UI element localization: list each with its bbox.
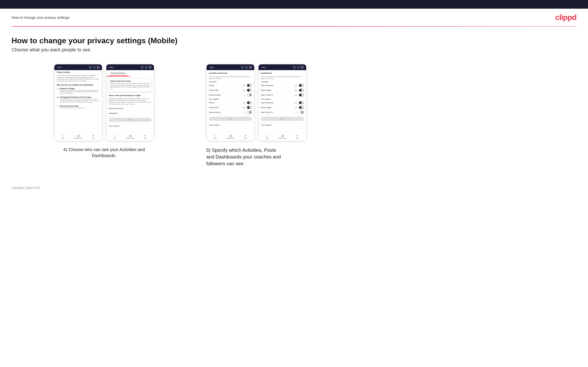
profile-icon-2[interactable]: 👤 (145, 66, 148, 69)
menu-label-2: Menu (144, 137, 147, 139)
option-followers[interactable]: Only Approved Followers and Your Coach O… (54, 95, 102, 104)
search-icon-4[interactable]: 🔍 (293, 66, 296, 69)
show-hide-title: Show or hide specific features in Clippd (106, 94, 154, 97)
coaches-rounds-toggle[interactable] (247, 84, 252, 87)
followers-label-3: FOLLOWERS (207, 98, 254, 100)
coaches-rounds-on-label: ON (243, 85, 245, 86)
activities-posts-label: Activities and Posts (109, 108, 151, 109)
followers-work-on-on: ON (294, 112, 296, 113)
search-icon-3[interactable]: 🔍 (241, 66, 244, 69)
help-row-4: Help & Support (259, 123, 306, 127)
radio-everyone[interactable] (57, 88, 59, 90)
nav-home-3[interactable]: ⌂ Home (214, 134, 217, 139)
profile-icon-4[interactable]: 👤 (297, 66, 300, 69)
nav-home-1[interactable]: ⌂ Home (61, 134, 64, 139)
coaches-player-dash-label: Player Dashboard (261, 84, 294, 86)
activities-posts-row[interactable]: Activities and Posts › (106, 106, 154, 111)
followers-rounds-label: Rounds (209, 102, 242, 103)
menu-icon-3: ≡ (245, 134, 246, 137)
chevron-dashboards: › (151, 112, 152, 114)
option-everyone[interactable]: Everyone on Clippd Everyone on Clippd ca… (54, 87, 102, 96)
settings-icon-2[interactable]: ☰ (149, 66, 152, 69)
nav-menu-1[interactable]: ≡ Menu (92, 134, 95, 139)
nav-performance-4[interactable]: 📊 My Performance (278, 134, 287, 139)
nav-performance-2[interactable]: 📊 My Performance (126, 134, 135, 139)
help-row-2: Help & Support (106, 124, 154, 128)
coaches-round-insights-row: Round Insights ON (259, 88, 306, 93)
nav-home-4[interactable]: ⌂ Home (266, 134, 269, 139)
back-button-3[interactable]: ‹ Back (209, 67, 214, 68)
radio-followers[interactable] (57, 97, 59, 99)
phone-4-topbar: ‹ Back 🔍 👤 ☰ (259, 64, 306, 70)
home-icon-4: ⌂ (267, 134, 268, 137)
dashboards-title: Dashboards (259, 70, 306, 75)
top-bar (0, 0, 588, 9)
followers-round-insights-toggle[interactable] (299, 106, 304, 109)
phone-4-bottom-nav: ⌂ Home 📊 My Performance ≡ Menu (259, 133, 306, 141)
coaches-drills-on-label: ON (243, 90, 245, 91)
coaches-rounds-row: Rounds ON (207, 83, 254, 88)
option-everyone-title: Everyone on Clippd (60, 88, 100, 89)
phone-3-bottom-nav: ⌂ Home 📊 My Performance ≡ Menu (207, 133, 254, 141)
privacy-controls-tab[interactable]: Privacy Controls (109, 71, 128, 76)
page-subtitle: Choose what you want people to see (12, 47, 576, 53)
home-label-1: Home (61, 137, 64, 139)
followers-work-on-toggle[interactable] (299, 111, 304, 114)
coaches-work-on-toggle[interactable] (299, 94, 304, 96)
copyright: Copyright Clippd 2022 (12, 186, 40, 190)
phone-1: ‹ Back 🔍 👤 ☰ Privacy Controls Control ho… (54, 64, 102, 141)
performance-icon-2: 📊 (129, 134, 131, 137)
dashboards-desc: Select the dashboards that you'd like to… (259, 75, 306, 80)
coaches-player-dash-toggle[interactable] (299, 84, 304, 87)
nav-performance-3[interactable]: 📊 My Performance (226, 134, 235, 139)
screenshot-group-left: ‹ Back 🔍 👤 ☰ Privacy Controls Control ho… (12, 64, 197, 159)
followers-drills-toggle[interactable] (247, 106, 252, 109)
followers-manual-toggle[interactable] (247, 111, 252, 114)
followers-drills-row: Practice Drills ON (207, 105, 254, 110)
coaches-label-4: COACHES (259, 80, 306, 83)
nav-menu-2[interactable]: ≡ Menu (144, 134, 147, 139)
followers-player-dash-row: Player Dashboard ON (259, 100, 306, 105)
coaches-work-on-on: ON (294, 94, 296, 96)
radio-coach-only[interactable] (57, 105, 59, 107)
nav-performance-1[interactable]: 📊 My Performance (74, 134, 83, 139)
settings-icon-1[interactable]: ☰ (97, 66, 100, 69)
screenshots-grid: ‹ Back 🔍 👤 ☰ Privacy Controls Control ho… (12, 64, 576, 167)
back-button-4[interactable]: ‹ Back (261, 67, 266, 68)
coaches-round-insights-toggle[interactable] (299, 89, 304, 92)
followers-player-dash-toggle[interactable] (299, 101, 304, 104)
dashboards-row[interactable]: Dashboards › (106, 111, 154, 116)
home-icon-3: ⌂ (215, 134, 216, 137)
search-icon-2[interactable]: 🔍 (141, 66, 144, 69)
phone-1-topbar: ‹ Back 🔍 👤 ☰ (54, 64, 102, 70)
coaches-drills-toggle[interactable] (247, 89, 252, 92)
profile-icon-3[interactable]: 👤 (245, 66, 248, 69)
nav-home-2[interactable]: ⌂ Home (113, 134, 116, 139)
option-followers-title: Only Approved Followers and Your Coach (60, 96, 100, 98)
caption-5: 5) Specify which Activities, Posts and D… (206, 147, 576, 167)
home-label-3: Home (214, 137, 217, 139)
coaches-manual-toggle[interactable] (247, 94, 252, 96)
followers-work-on-row: What To Work On ON (259, 110, 306, 115)
back-button-1[interactable]: ‹ Back (57, 67, 61, 68)
profile-icon-1[interactable]: 👤 (93, 66, 96, 69)
followers-rounds-toggle[interactable] (247, 101, 252, 104)
help-label-4: Help & Support (261, 124, 304, 126)
popup-desc: Only you and the coaches you connect wit… (110, 83, 150, 90)
followers-manual-label: Manual Activities (209, 111, 242, 113)
footer: Copyright Clippd 2022 (0, 181, 588, 194)
settings-icon-4[interactable]: ☰ (301, 66, 304, 69)
nav-menu-3[interactable]: ≡ Menu (244, 134, 247, 139)
nav-menu-4[interactable]: ≡ Menu (296, 134, 299, 139)
save-btn-2[interactable]: Save (109, 118, 152, 122)
save-btn-4[interactable]: Save (261, 117, 304, 121)
followers-work-on-label: What To Work On (261, 111, 294, 113)
back-button-2[interactable]: ‹ Back (109, 67, 113, 68)
settings-icon-3[interactable]: ☰ (249, 66, 252, 69)
help-row-3: Help & Support (207, 123, 254, 127)
option-coach-only[interactable]: Only You and Your Coach Only you and the… (54, 104, 102, 110)
save-btn-3[interactable]: Save (209, 117, 252, 121)
caption-5-line1: 5) Specify which Activities, Posts (206, 148, 276, 153)
followers-round-insights-on: ON (294, 107, 296, 108)
search-icon-1[interactable]: 🔍 (89, 66, 92, 69)
